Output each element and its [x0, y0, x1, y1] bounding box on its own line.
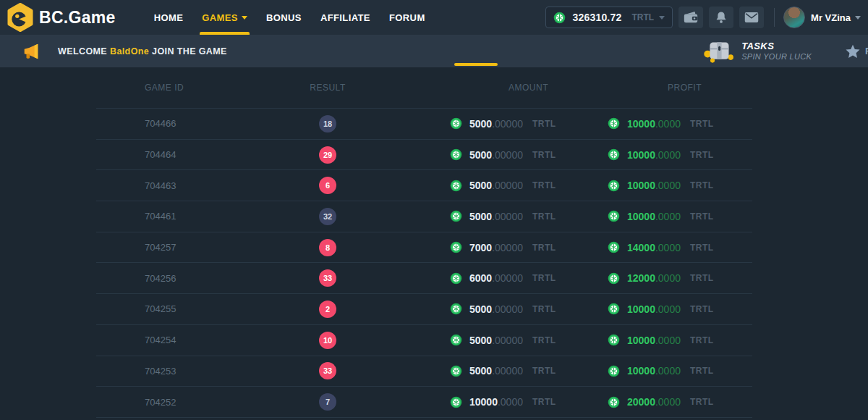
currency-label: TRTL	[532, 366, 556, 376]
amount-int: 7000	[469, 242, 492, 253]
bet-amount: 5000.00000	[469, 180, 523, 191]
table-row[interactable]: 704255 2 5000.00000 TRTL 10000.	[96, 294, 752, 325]
result-badge: 7	[319, 393, 336, 411]
amount-dec: .00000	[492, 242, 523, 253]
wallet-button[interactable]	[678, 7, 703, 28]
bet-amount: 5000.00000	[469, 149, 523, 161]
table-row[interactable]: 704461 32 5000.00000 TRTL 10000	[96, 201, 752, 232]
table-row[interactable]: 704256 33 6000.00000 TRTL 12000	[96, 263, 752, 294]
divider	[774, 8, 775, 27]
amount-int: 5000	[469, 149, 492, 161]
nav-item-bonus[interactable]: BONUS	[257, 0, 311, 35]
profit-int: 12000	[627, 272, 655, 284]
game-id: 704464	[96, 149, 241, 160]
bcgame-logo-icon	[6, 3, 35, 32]
result-badge: 29	[319, 146, 336, 164]
balance-currency: TRTL	[631, 12, 654, 22]
trtl-coin-icon	[608, 148, 620, 161]
balance-selector[interactable]: 326310.72 TRTL	[545, 7, 673, 28]
currency-label: TRTL	[532, 335, 556, 345]
nav-item-games[interactable]: GAMES	[192, 0, 257, 35]
currency-label: TRTL	[532, 304, 556, 314]
amount-dec: .00000	[492, 272, 523, 284]
bets-table: GAME ID RESULT AMOUNT PROFIT 704466 18 5…	[96, 67, 752, 418]
nav-item-affiliate[interactable]: AFFILIATE	[311, 0, 380, 35]
favorites-partial-label: F	[865, 46, 868, 56]
profit-int: 14000	[627, 242, 655, 253]
table-row[interactable]: 704252 7 10000.0000 TRTL 20000.	[96, 387, 752, 418]
result-badge: 18	[319, 115, 336, 133]
megaphone-icon	[22, 42, 41, 61]
tasks-title: TASKS	[741, 41, 812, 52]
active-tab-indicator	[454, 63, 498, 66]
profit-dec: .0000	[655, 365, 681, 377]
table-row[interactable]: 704466 18 5000.00000 TRTL 10000	[96, 109, 752, 140]
currency-label: TRTL	[690, 180, 714, 190]
trtl-coin-icon	[608, 241, 620, 253]
game-id: 704254	[96, 335, 241, 345]
table-row[interactable]: 704464 29 5000.00000 TRTL 10000	[96, 140, 752, 171]
main-content: GAME ID RESULT AMOUNT PROFIT 704466 18 5…	[0, 67, 868, 420]
table-row[interactable]: 704257 8 7000.00000 TRTL 14000.	[96, 232, 752, 264]
chevron-down-icon	[242, 16, 247, 20]
topbar-right: 326310.72 TRTL Mr VZi	[545, 7, 861, 28]
profit-int: 10000	[627, 211, 655, 222]
tasks-widget[interactable]: TASKS SPIN YOUR LUCK	[704, 38, 812, 64]
bet-profit: 10000.0000	[627, 180, 681, 191]
table-header-row: GAME ID RESULT AMOUNT PROFIT	[96, 67, 752, 109]
nav-item-home[interactable]: HOME	[145, 0, 193, 35]
bet-amount: 5000.00000	[469, 211, 523, 222]
currency-label: TRTL	[690, 304, 714, 314]
announcement-text: WELCOME BaldOne JOIN THE GAME	[58, 46, 227, 56]
trtl-coin-icon	[450, 241, 462, 253]
nav-item-forum[interactable]: FORUM	[380, 0, 435, 35]
trtl-coin-icon	[450, 365, 462, 377]
currency-label: TRTL	[532, 119, 556, 129]
table-row[interactable]: 704254 10 5000.00000 TRTL 10000	[96, 325, 752, 356]
trtl-coin-icon	[608, 303, 620, 315]
currency-label: TRTL	[532, 180, 556, 190]
avatar[interactable]	[783, 7, 805, 28]
bet-amount: 5000.00000	[469, 303, 523, 315]
result-badge: 10	[319, 332, 336, 349]
amount-dec: .0000	[498, 396, 523, 408]
result-badge: 2	[319, 301, 336, 318]
result-badge: 6	[319, 177, 336, 194]
notifications-button[interactable]	[709, 7, 733, 28]
trtl-coin-icon	[608, 396, 620, 408]
game-id: 704257	[96, 242, 241, 253]
amount-int: 5000	[469, 118, 492, 130]
amount-int: 5000	[469, 180, 492, 191]
bet-profit: 10000.0000	[627, 211, 681, 222]
messages-button[interactable]	[739, 7, 764, 28]
profit-dec: .0000	[655, 242, 681, 253]
currency-label: TRTL	[532, 397, 556, 407]
currency-label: TRTL	[690, 273, 714, 283]
username[interactable]: Mr VZina	[811, 12, 851, 23]
bet-profit: 14000.0000	[627, 242, 681, 253]
profit-dec: .0000	[655, 149, 681, 161]
chevron-down-icon	[659, 16, 665, 20]
main-nav: HOME GAMES BONUS AFFILIATE FORUM	[145, 0, 435, 35]
result-badge: 33	[319, 362, 336, 379]
table-row[interactable]: 704253 33 5000.00000 TRTL 10000	[96, 356, 752, 387]
announcement-username: BaldOne	[110, 46, 149, 56]
chevron-down-icon[interactable]	[855, 16, 861, 20]
profit-dec: .0000	[655, 303, 681, 315]
favorites-shortcut[interactable]: F	[845, 43, 868, 59]
table-row[interactable]: 704463 6 5000.00000 TRTL 10000.	[96, 170, 752, 201]
currency-label: TRTL	[532, 273, 556, 283]
star-icon	[845, 43, 861, 59]
bet-amount: 5000.00000	[469, 365, 523, 377]
currency-label: TRTL	[690, 211, 714, 222]
bet-profit: 20000.0000	[627, 396, 681, 408]
profit-int: 10000	[627, 118, 655, 130]
brand[interactable]: BC.Game	[6, 3, 116, 32]
trtl-coin-icon	[608, 210, 620, 222]
amount-int: 5000	[469, 211, 492, 222]
currency-label: TRTL	[690, 335, 714, 345]
game-id: 704256	[96, 273, 241, 284]
bet-profit: 10000.0000	[627, 365, 681, 377]
trtl-coin-icon	[450, 303, 462, 315]
trtl-coin-icon	[450, 148, 462, 161]
